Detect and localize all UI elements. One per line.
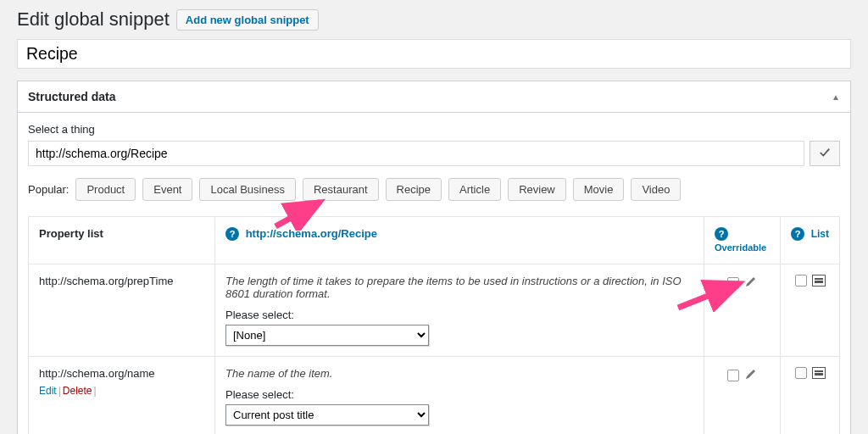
- th-schema: ? http://schema.org/Recipe: [215, 217, 704, 264]
- description-cell: The name of the item.Please select:Curre…: [215, 357, 704, 435]
- property-table: Property list ? http://schema.org/Recipe…: [28, 216, 840, 434]
- th-overridable: ? Overridable: [704, 217, 781, 264]
- popular-btn-movie[interactable]: Movie: [573, 178, 625, 201]
- table-row: http://schema.org/prepTimeThe length of …: [29, 264, 840, 357]
- check-icon: [819, 147, 831, 161]
- schema-link[interactable]: http://schema.org/Recipe: [246, 227, 377, 240]
- edit-link[interactable]: Edit: [39, 385, 57, 397]
- collapse-toggle-icon[interactable]: ▲: [832, 92, 840, 102]
- popular-btn-review[interactable]: Review: [508, 178, 566, 201]
- popular-btn-product[interactable]: Product: [75, 178, 136, 201]
- list-cell: [781, 357, 840, 435]
- list-icon: [812, 367, 826, 379]
- list-checkbox[interactable]: [795, 275, 807, 287]
- popular-label: Popular:: [28, 183, 69, 196]
- add-new-button[interactable]: Add new global snippet: [176, 9, 319, 31]
- structured-data-metabox: Structured data ▲ Select a thing Popular…: [17, 81, 851, 434]
- metabox-title: Structured data: [28, 90, 115, 103]
- select-label: Please select:: [225, 388, 693, 401]
- popular-btn-video[interactable]: Video: [631, 178, 681, 201]
- popular-btn-recipe[interactable]: Recipe: [386, 178, 442, 201]
- property-cell: http://schema.org/nameEdit|Delete|: [29, 357, 215, 435]
- thing-input[interactable]: [28, 141, 804, 166]
- description-cell: The length of time it takes to prepare t…: [215, 264, 704, 357]
- page-title: Edit global snippet: [17, 8, 170, 31]
- property-name: http://schema.org/prepTime: [39, 275, 204, 287]
- th-property: Property list: [29, 217, 215, 264]
- popular-btn-local-business[interactable]: Local Business: [199, 178, 295, 201]
- property-description: The length of time it takes to prepare t…: [225, 275, 693, 300]
- th-list: ? List: [781, 217, 840, 264]
- property-name: http://schema.org/name: [39, 367, 204, 380]
- popular-btn-event[interactable]: Event: [142, 178, 192, 201]
- help-icon[interactable]: ?: [225, 227, 239, 241]
- property-description: The name of the item.: [225, 367, 693, 380]
- pencil-icon[interactable]: [744, 367, 758, 383]
- list-cell: [781, 264, 840, 357]
- table-row: http://schema.org/nameEdit|Delete|The na…: [29, 357, 840, 435]
- select-label: Please select:: [225, 309, 693, 321]
- value-select[interactable]: [None]: [225, 325, 429, 346]
- snippet-title-input[interactable]: [17, 39, 851, 69]
- overridable-cell: [704, 357, 781, 435]
- select-thing-label: Select a thing: [28, 123, 840, 136]
- confirm-thing-button[interactable]: [810, 141, 840, 166]
- popular-btn-article[interactable]: Article: [448, 178, 501, 201]
- overridable-checkbox[interactable]: [727, 277, 739, 289]
- property-cell: http://schema.org/prepTime: [29, 264, 215, 357]
- popular-btn-restaurant[interactable]: Restaurant: [303, 178, 379, 201]
- value-select[interactable]: Current post title: [225, 404, 429, 426]
- list-icon: [812, 275, 826, 287]
- help-icon[interactable]: ?: [791, 227, 804, 241]
- overridable-cell: [704, 264, 781, 357]
- pencil-icon[interactable]: [744, 275, 758, 291]
- row-actions: Edit|Delete|: [39, 385, 204, 397]
- popular-row: Popular: Product Event Local Business Re…: [28, 178, 840, 201]
- overridable-checkbox[interactable]: [727, 370, 739, 381]
- delete-link[interactable]: Delete: [63, 385, 92, 397]
- list-checkbox[interactable]: [795, 367, 807, 379]
- help-icon[interactable]: ?: [715, 227, 728, 241]
